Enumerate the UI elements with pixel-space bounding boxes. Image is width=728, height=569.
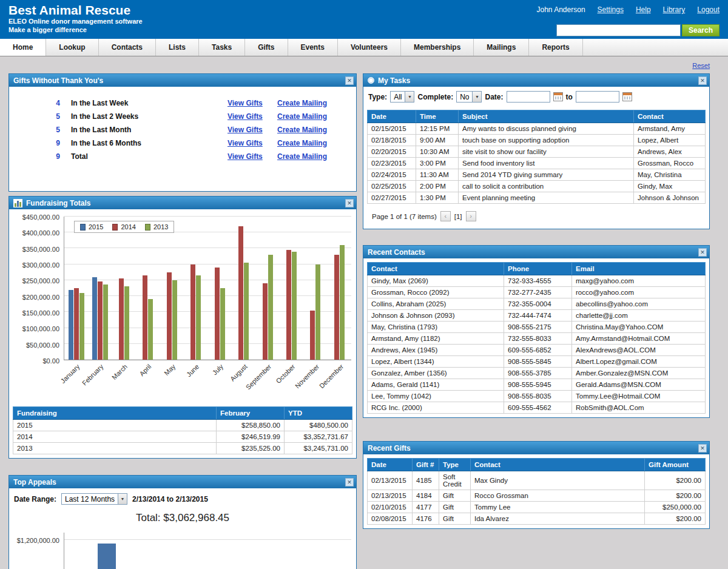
nav-tab[interactable]: Reports bbox=[529, 39, 582, 56]
nav-tab[interactable]: Tasks bbox=[199, 39, 245, 56]
panel-header: Fundraising Totals bbox=[9, 197, 356, 209]
task-subject: Amy wants to discuss planned giving bbox=[459, 123, 634, 135]
app-header: Best Animal Rescue ELEO Online donor man… bbox=[0, 0, 728, 39]
bar-2013-April bbox=[148, 299, 153, 360]
task-row[interactable]: 02/24/2015 11:30 AM Send 2014 YTD giving… bbox=[368, 169, 706, 181]
create-mailing-link[interactable]: Create Mailing bbox=[277, 139, 327, 147]
legend-item: 2013 bbox=[145, 223, 168, 231]
contact-row[interactable]: Adams, Gerald (1141) 908-555-5945 Gerald… bbox=[368, 379, 706, 391]
nav-tab[interactable]: Home bbox=[0, 39, 46, 56]
year-cell: 2014 bbox=[13, 431, 217, 443]
header-link[interactable]: Logout bbox=[697, 5, 720, 14]
nav-tab[interactable]: Gifts bbox=[245, 39, 288, 56]
table-header-row: Contact Phone Email bbox=[368, 263, 706, 275]
contact-row[interactable]: Lee, Tommy (1042) 908-555-8035 Tommy.Lee… bbox=[368, 391, 706, 402]
create-mailing-link[interactable]: Create Mailing bbox=[277, 112, 327, 121]
gift-row[interactable]: 02/13/2015 4185 Soft Credit Max Gindy $2… bbox=[368, 471, 706, 490]
contact-phone: 908-555-8035 bbox=[504, 391, 572, 402]
nav-tab[interactable]: Contacts bbox=[99, 39, 156, 56]
column-header: Subject bbox=[459, 110, 634, 123]
gift-row[interactable]: 02/08/2015 4176 Gift Ida Alvarez $200.00 bbox=[368, 513, 706, 525]
bar-group bbox=[208, 217, 232, 360]
contact-row[interactable]: Johnson & Johnson (2093) 732-444-7474 ch… bbox=[368, 310, 706, 322]
contact-name: Lopez, Albert (1344) bbox=[368, 356, 504, 368]
nav-tab[interactable]: Mailings bbox=[474, 39, 529, 56]
header-link[interactable]: Settings bbox=[598, 5, 624, 14]
task-row[interactable]: 02/20/2015 10:30 AM site visit to show o… bbox=[368, 146, 706, 158]
previous-page-button[interactable] bbox=[440, 211, 451, 221]
search-input[interactable] bbox=[556, 24, 681, 36]
contact-row[interactable]: Andrews, Alex (1945) 609-555-6852 AlexAn… bbox=[368, 345, 706, 356]
task-subject: Send food inventory list bbox=[459, 158, 634, 169]
search-button[interactable]: Search bbox=[682, 24, 720, 36]
nav-tab[interactable]: Memberships bbox=[401, 39, 474, 56]
contact-row[interactable]: Armstand, Amy (1182) 732-555-8033 Amy.Ar… bbox=[368, 333, 706, 345]
gift-contact: Ida Alvarez bbox=[471, 513, 645, 525]
task-row[interactable]: 02/25/2015 2:00 PM call to solicit a con… bbox=[368, 181, 706, 192]
close-icon[interactable] bbox=[698, 444, 707, 453]
task-contact: Andrews, Alex bbox=[634, 146, 706, 158]
task-row[interactable]: 02/23/2015 3:00 PM Send food inventory l… bbox=[368, 158, 706, 169]
bar-group bbox=[160, 217, 184, 360]
task-contact: Johnson & Johnson bbox=[634, 192, 706, 204]
task-row[interactable]: 02/15/2015 12:15 PM Amy wants to discuss… bbox=[368, 123, 706, 135]
contact-row[interactable]: Lopez, Albert (1344) 908-555-5845 Albert… bbox=[368, 356, 706, 368]
gift-row[interactable]: 02/10/2015 4177 Gift Tommy Lee $250,000.… bbox=[368, 502, 706, 513]
type-filter-label: Type: bbox=[368, 93, 387, 101]
view-gifts-link[interactable]: View Gifts bbox=[228, 112, 263, 121]
contact-email: Christina.May@Yahoo.COM bbox=[572, 322, 706, 333]
contact-row[interactable]: Collins, Abraham (2025) 732-355-0004 abe… bbox=[368, 298, 706, 310]
create-mailing-link[interactable]: Create Mailing bbox=[277, 126, 327, 134]
task-row[interactable]: 02/18/2015 9:00 AM touch base on support… bbox=[368, 135, 706, 146]
task-time: 2:00 PM bbox=[416, 181, 459, 192]
type-filter-select[interactable]: All bbox=[390, 91, 414, 103]
column-header: YTD bbox=[285, 407, 352, 420]
contact-row[interactable]: Gindy, Max (2069) 732-933-4555 maxg@yaho… bbox=[368, 275, 706, 287]
contact-row[interactable]: Grossman, Rocco (2092) 732-277-2435 rocc… bbox=[368, 287, 706, 298]
contact-row[interactable]: RCG Inc. (2000) 609-555-4562 RobSmith@AO… bbox=[368, 402, 706, 414]
create-mailing-link[interactable]: Create Mailing bbox=[277, 152, 327, 161]
view-gifts-link[interactable]: View Gifts bbox=[228, 152, 263, 161]
user-name: John Anderson bbox=[537, 5, 585, 14]
bar-2013-November bbox=[315, 264, 320, 360]
nav-tab[interactable]: Lookup bbox=[46, 39, 98, 56]
contact-row[interactable]: May, Christina (1793) 908-555-2175 Chris… bbox=[368, 322, 706, 333]
reset-link[interactable]: Reset bbox=[692, 62, 710, 69]
nav-tab[interactable]: Events bbox=[288, 39, 338, 56]
bar-group bbox=[328, 217, 351, 360]
close-icon[interactable] bbox=[345, 199, 354, 207]
panel-header: My Tasks bbox=[363, 74, 709, 87]
next-page-button[interactable] bbox=[466, 211, 476, 221]
view-gifts-link[interactable]: View Gifts bbox=[228, 99, 263, 107]
close-icon[interactable] bbox=[698, 248, 707, 257]
calendar-icon[interactable] bbox=[622, 92, 632, 101]
task-row[interactable]: 02/27/2015 1:30 PM Event planning meetin… bbox=[368, 192, 706, 204]
view-gifts-link[interactable]: View Gifts bbox=[228, 139, 263, 147]
bar-2014-March bbox=[119, 278, 124, 360]
app-tagline: Make a bigger difference bbox=[8, 26, 143, 35]
nav-tab[interactable]: Lists bbox=[156, 39, 199, 56]
panel-title: Recent Contacts bbox=[368, 248, 698, 257]
nav-tab[interactable]: Volunteers bbox=[338, 39, 401, 56]
header-link[interactable]: Help bbox=[636, 5, 651, 14]
header-link[interactable]: Library bbox=[663, 5, 686, 14]
contact-name: RCG Inc. (2000) bbox=[368, 402, 504, 414]
gift-period-label: Total bbox=[69, 150, 225, 163]
close-icon[interactable] bbox=[345, 478, 354, 487]
close-icon[interactable] bbox=[345, 76, 354, 85]
create-mailing-link[interactable]: Create Mailing bbox=[277, 99, 327, 107]
complete-filter-select[interactable]: No bbox=[456, 91, 482, 103]
close-icon[interactable] bbox=[698, 76, 707, 85]
bar-2013-May bbox=[172, 280, 177, 360]
gift-row[interactable]: 02/13/2015 4184 Gift Rocco Grossman $200… bbox=[368, 490, 706, 502]
gift-date: 02/08/2015 bbox=[368, 513, 413, 525]
contact-phone: 609-555-4562 bbox=[504, 402, 572, 414]
contact-row[interactable]: Gonzalez, Amber (1356) 908-555-3785 Ambe… bbox=[368, 368, 706, 379]
contact-email: Albert.Lopez@gmail.COM bbox=[572, 356, 706, 368]
date-from-input[interactable] bbox=[507, 91, 550, 103]
calendar-icon[interactable] bbox=[553, 92, 563, 101]
date-to-input[interactable] bbox=[576, 91, 619, 103]
gift-date: 02/13/2015 bbox=[368, 471, 413, 490]
view-gifts-link[interactable]: View Gifts bbox=[228, 126, 263, 134]
date-range-select[interactable]: Last 12 Months bbox=[61, 493, 127, 505]
